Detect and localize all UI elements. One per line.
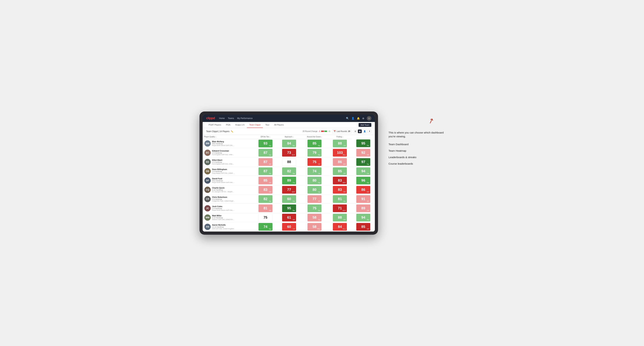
score-change: 1▼ — [344, 145, 346, 147]
player-cell[interactable]: AN Aaron Nicholls 11-15 Handicap Drift G… — [203, 222, 254, 231]
nav-teams[interactable]: Teams — [228, 117, 234, 120]
score-box: 88 2▼ — [333, 214, 347, 221]
tab-all-players[interactable]: All Players — [272, 122, 286, 128]
score-value: 77 — [312, 197, 316, 201]
score-box: 87 4▲ — [258, 168, 272, 175]
player-cell[interactable]: EE Elliot Ebert 1-5 Handicap Sunningdale… — [203, 157, 254, 167]
score-value: 86 — [338, 160, 342, 164]
player-handicap: 1-5 Handicap — [212, 152, 235, 154]
score-change: 2▲ — [318, 209, 320, 211]
score-box: 87 3▼ — [258, 158, 272, 166]
score-box: 86 6▼ — [333, 158, 347, 166]
score-value: 94 — [362, 169, 365, 173]
player-cell[interactable]: MM Matt Miller 6-10 Handicap Woburn Golf… — [203, 213, 254, 222]
person-view-button[interactable]: 👤 — [362, 130, 367, 133]
score-box: 79 9▲ — [308, 149, 322, 157]
top-nav: clippd Home Teams My Performance 🔍 👤 🔔 ⊕… — [203, 115, 375, 122]
player-cell[interactable]: JC Josh Coles 1-5 Handicap Royal North D… — [203, 204, 254, 213]
player-handicap: 1-5 Handicap — [212, 207, 235, 209]
player-cell[interactable]: DB Dave Billingham 1-5 Handicap Gog Mago… — [203, 167, 254, 176]
score-cell: 75 — [254, 213, 277, 222]
col-header-putting[interactable]: Putting ↓ — [328, 135, 352, 139]
score-value: 87 — [264, 169, 268, 173]
score-value: 79 — [312, 151, 316, 155]
score-box: 84 6▲ — [282, 140, 296, 147]
logo: clippd — [206, 116, 215, 120]
player-cell[interactable]: BM Blair McHarg Plus Handicap Royal Nort… — [203, 139, 254, 148]
score-box: 60 2▲ — [282, 195, 296, 203]
player-cell[interactable]: CR Chris Robertson 1-5 Handicap Craigmil… — [203, 194, 254, 204]
table-header: Player Quality ↓ Off the Tee ↓ Approach … — [203, 135, 375, 139]
tab-pga[interactable]: PGA — [224, 122, 233, 128]
tab-hcaps[interactable]: Hcaps 1-5 — [233, 122, 247, 128]
player-cell[interactable]: CQ Charlie Quick 6-10 Handicap St. Georg… — [203, 185, 254, 194]
score-box: 87 1▲ — [258, 149, 272, 157]
player-cell[interactable]: EC Edward Crossman 1-5 Handicap Sunningd… — [203, 148, 254, 157]
score-cell: 87 4▲ — [254, 167, 277, 176]
avatar[interactable]: U — [367, 116, 371, 121]
avatar: AN — [204, 224, 211, 230]
tab-tour[interactable]: Tour — [263, 122, 272, 128]
table-row: MM Matt Miller 6-10 Handicap Woburn Golf… — [203, 213, 375, 222]
score-box: 58 10▲ — [308, 223, 322, 231]
score-cell: 75 2▲ — [301, 204, 328, 213]
player-cell[interactable]: DF David Ford Plus Handicap Royal North … — [203, 176, 254, 185]
score-value: 83 — [338, 188, 342, 192]
score-value: 85 — [362, 225, 365, 229]
col-header-around-green[interactable]: Around the Green ↓ — [301, 135, 328, 139]
nav-my-performance[interactable]: My Performance — [237, 117, 252, 120]
score-cell: 97 5▲ — [352, 157, 375, 167]
score-cell: 58 4▲ — [301, 213, 328, 222]
heatmap-view-button[interactable]: ▦ — [358, 130, 362, 133]
score-change: 1▼ — [293, 228, 295, 230]
player-handicap: 1-5 Handicap — [212, 161, 235, 163]
nav-home[interactable]: Home — [219, 117, 225, 120]
player-club: Craigmillar Park, United Kingdom — [212, 200, 235, 202]
score-value: 81 — [264, 206, 268, 210]
data-table: Player Quality ↓ Off the Tee ↓ Approach … — [203, 135, 375, 231]
score-change: 3▼ — [318, 163, 320, 165]
settings-icon[interactable]: ⊕ — [362, 117, 364, 120]
table-row: DF David Ford Plus Handicap Royal North … — [203, 176, 375, 185]
score-cell: 74 8▲ — [254, 222, 277, 231]
score-box: 97 5▲ — [356, 158, 370, 166]
search-icon[interactable]: 🔍 — [346, 117, 349, 120]
score-change: 10▼ — [343, 182, 346, 183]
tab-team-clippd[interactable]: Team Clippd — [247, 122, 263, 128]
score-box: 80 3▲ — [308, 177, 322, 184]
col-header-player[interactable]: Player Quality ↓ — [203, 135, 254, 139]
score-cell: 71 11▼ — [328, 204, 352, 213]
score-change: 6▲ — [293, 145, 295, 147]
table-row: DB Dave Billingham 1-5 Handicap Gog Mago… — [203, 167, 375, 176]
player-info: Elliot Ebert 1-5 Handicap Sunningdale Go… — [212, 159, 235, 165]
score-cell: 80 1▲ — [301, 185, 328, 194]
score-value: 96 — [362, 178, 365, 182]
score-box: 92 3▼ — [356, 149, 370, 157]
download-view-button[interactable]: ⬇ — [368, 130, 371, 133]
score-value: 84 — [287, 141, 291, 145]
score-change: 3▼ — [269, 191, 272, 193]
grid-view-button[interactable]: ⊞ — [354, 130, 357, 133]
score-cell: 80 3▲ — [301, 176, 328, 185]
last-rounds-button[interactable]: 📅 Last Rounds: 20 — [332, 130, 352, 133]
notifications-icon[interactable]: 🔔 — [357, 117, 360, 120]
player-club: Woburn Golf Club, United Kingdom — [212, 219, 235, 220]
score-change: 5▲ — [367, 163, 369, 165]
score-cell: 88 — [277, 157, 301, 167]
col-header-approach[interactable]: Approach ↓ — [277, 135, 301, 139]
score-box: 82 3▲ — [258, 195, 272, 203]
tab-pgat[interactable]: PGAT Players — [206, 122, 224, 128]
score-cell: 83 3▼ — [254, 185, 277, 194]
player-name: Elliot Ebert — [212, 159, 235, 161]
profile-icon[interactable]: 👤 — [352, 117, 354, 120]
add-team-button[interactable]: Add Team — [358, 123, 371, 127]
table-row: CQ Charlie Quick 6-10 Handicap St. Georg… — [203, 185, 375, 194]
annotation-arrow: ↗ — [427, 116, 435, 126]
score-value: 87 — [264, 151, 268, 155]
table-row: EE Elliot Ebert 1-5 Handicap Sunningdale… — [203, 157, 375, 167]
player-handicap: Plus Handicap — [212, 143, 235, 145]
col-header-off-tee[interactable]: Off the Tee ↓ — [254, 135, 277, 139]
score-change: 4▲ — [269, 173, 272, 174]
score-box: 77 14▼ — [282, 186, 296, 194]
player-club: Royal North Devon Golf Club, United King… — [212, 181, 235, 183]
